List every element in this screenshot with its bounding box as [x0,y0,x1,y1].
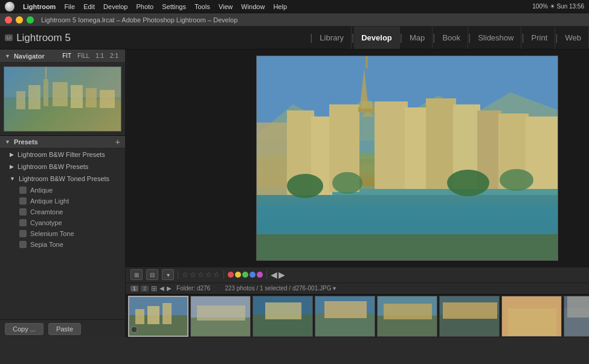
preset-group-bwfilter: ▶ Lightroom B&W Filter Presets [0,148,125,161]
svg-rect-6 [71,85,83,108]
separator-3 [266,270,267,279]
tab-map[interactable]: Map [402,27,433,49]
apple-logo [5,2,14,11]
prev-photo-arrow[interactable]: ◀ [271,270,277,279]
tab-library[interactable]: Library [312,27,352,49]
film-thumb-6[interactable] [439,296,500,337]
nav-2-1[interactable]: 2:1 [108,53,120,59]
prev-nav[interactable]: ◀ [159,285,164,292]
main-photo [256,56,558,261]
tab-web[interactable]: Web [558,27,590,49]
preset-creamtone[interactable]: Creamtone [0,206,125,217]
menu-help[interactable]: Help [269,3,291,10]
window-title: Lightroom 5 Iomega.lrcat – Adobe Photosh… [41,16,237,24]
svg-rect-39 [163,303,172,324]
svg-rect-43 [197,305,245,321]
svg-rect-2 [16,91,25,109]
separator-2 [224,270,224,279]
menu-edit[interactable]: Edit [80,3,98,10]
preset-group-bwpresets-header[interactable]: ▶ Lightroom B&W Presets [0,161,125,173]
preset-group-bwtoned: ▼ Lightroom B&W Toned Presets Antique An… [0,173,125,250]
preset-sepia-tone[interactable]: Sepia Tone [0,239,125,250]
nav-fill[interactable]: FILL [76,53,91,59]
app-title: Lightroom 5 [16,32,71,44]
presets-title: Presets [14,138,38,145]
view-compare-btn[interactable]: ⊟ [146,269,158,280]
tab-develop[interactable]: Develop [354,27,400,49]
svg-rect-15 [257,234,558,261]
photo-container[interactable] [126,49,589,267]
preset-cyanotype[interactable]: Cyanotype [0,217,125,228]
grid-icon[interactable]: ⊞ [151,284,157,293]
next-photo-arrow[interactable]: ▶ [278,270,285,279]
svg-point-31 [287,174,323,198]
film-thumb-7[interactable] [501,296,562,337]
star-2[interactable]: ☆ [190,270,196,279]
menu-window[interactable]: Window [237,3,268,10]
svg-point-34 [500,169,533,191]
svg-rect-49 [324,301,367,318]
view-1[interactable]: 1 [130,286,138,292]
menu-view[interactable]: View [215,3,237,10]
close-button[interactable] [5,16,12,24]
app-header: Lr Lightroom 5 | Library | Develop | Map… [0,27,589,49]
preset-icon [19,230,27,237]
star-3[interactable]: ☆ [198,270,204,279]
star-4[interactable]: ☆ [205,270,212,279]
menu-photo[interactable]: Photo [132,3,157,10]
maximize-button[interactable] [27,16,34,24]
menu-file[interactable]: File [60,3,79,10]
view-mode-btn[interactable]: ⊞ [130,269,143,280]
menu-develop[interactable]: Develop [100,3,131,10]
bottom-buttons: Copy ... Paste [0,319,125,337]
preset-group-bwtoned-header[interactable]: ▼ Lightroom B&W Toned Presets [0,173,125,185]
preset-antique-light[interactable]: Antique Light [0,196,125,206]
film-thumb-3[interactable] [253,296,313,337]
nav-fit[interactable]: FIT [60,53,73,59]
menu-lightroom[interactable]: Lightroom [19,3,59,10]
svg-rect-38 [147,306,159,324]
navigator-title: Navigator [14,53,45,60]
film-thumb-1[interactable] [128,296,188,337]
film-thumb-5[interactable] [377,296,437,337]
left-panel: ▼ Navigator FIT FILL 1:1 2:1 [0,49,126,337]
menu-tools[interactable]: Tools [191,3,214,10]
svg-rect-23 [361,101,373,109]
preset-antique[interactable]: Antique [0,185,125,196]
color-yellow[interactable] [235,272,241,278]
nav-1-1[interactable]: 1:1 [94,53,106,59]
photo-toolbar: ⊞ ⊟ ▾ ☆ ☆ ☆ ☆ ☆ ◀ ▶ [126,267,589,283]
paste-button[interactable]: Paste [48,323,81,335]
preset-selenium-tone[interactable]: Selenium Tone [0,228,125,239]
star-5[interactable]: ☆ [213,270,220,279]
svg-rect-5 [53,82,68,106]
preset-group-bwfilter-header[interactable]: ▶ Lightroom B&W Filter Presets [0,148,125,161]
color-green[interactable] [242,272,248,278]
presets-add-button[interactable]: + [115,137,120,147]
copy-button[interactable]: Copy ... [5,323,43,335]
star-1[interactable]: ☆ [182,270,188,279]
minimize-button[interactable] [16,16,23,24]
presets-header[interactable]: ▼ Presets + [0,135,125,148]
bwpresets-label: Lightroom B&W Presets [18,163,88,170]
film-thumb-2[interactable] [190,296,251,337]
film-thumb-8[interactable] [564,296,589,337]
color-blue[interactable] [249,272,256,278]
view-options-btn[interactable]: ▾ [162,269,174,280]
menubar-status: 100% ☀ Sun 13:56 [532,3,584,10]
filmstrip [126,295,589,337]
color-red[interactable] [228,272,234,278]
color-purple[interactable] [257,272,263,278]
next-nav[interactable]: ▶ [167,285,172,292]
nav-arrows: ◀ ▶ [271,270,285,279]
badge-1 [130,326,138,334]
navigator-thumbnail[interactable] [0,63,125,135]
film-thumb-4[interactable] [315,296,375,337]
bwpresets-triangle: ▶ [10,164,14,170]
tab-slideshow[interactable]: Slideshow [471,27,521,49]
navigator-header[interactable]: ▼ Navigator FIT FILL 1:1 2:1 [0,49,125,63]
menu-settings[interactable]: Settings [158,3,190,10]
tab-book[interactable]: Book [435,27,468,49]
tab-print[interactable]: Print [524,27,556,49]
view-2[interactable]: 2 [141,286,149,292]
